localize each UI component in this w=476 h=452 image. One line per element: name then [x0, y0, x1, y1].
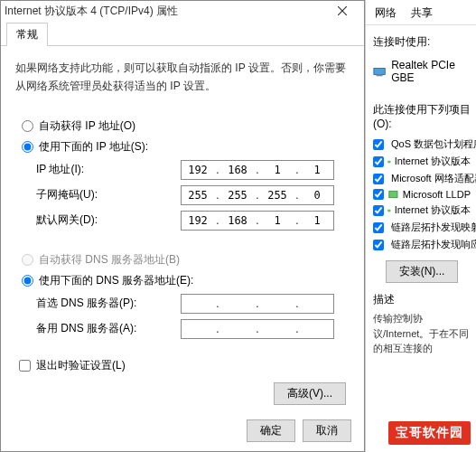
gateway-input[interactable]: 192. 168. 1. 1 — [181, 211, 334, 231]
item-checkbox[interactable] — [373, 222, 384, 233]
dns2-label: 备用 DNS 服务器(A): — [36, 321, 181, 336]
ip-label: IP 地址(I): — [36, 162, 181, 177]
tab-general[interactable]: 常规 — [6, 23, 48, 46]
dialog-body: 如果网络支持此功能，则可以获取自动指派的 IP 设置。否则，你需要从网络系统管理… — [1, 46, 364, 414]
ip-oct4[interactable]: 1 — [301, 164, 333, 176]
radio-auto-ip-input[interactable] — [22, 120, 33, 132]
ip-oct2[interactable]: 168 — [221, 164, 254, 176]
install-row: 安装(N)... — [373, 260, 471, 283]
protocol-icon — [387, 189, 399, 200]
dns1-row: 首选 DNS 服务器(P): . . . — [36, 294, 349, 314]
dns2-input[interactable]: . . . — [181, 319, 334, 339]
item-checkbox[interactable] — [373, 189, 384, 200]
list-item[interactable]: Microsoft LLDP — [373, 187, 471, 202]
description-label: 描述 — [373, 292, 471, 307]
bgwin-body: 连接时使用: Realtek PCIe GBE 此连接使用下列项目(O): Qo… — [366, 25, 476, 362]
radio-auto-ip-label: 自动获得 IP 地址(O) — [39, 118, 135, 134]
dns1-label: 首选 DNS 服务器(P): — [36, 296, 181, 311]
svg-rect-2 — [374, 68, 385, 74]
protocol-icon — [387, 156, 391, 167]
radio-manual-ip[interactable]: 使用下面的 IP 地址(S): — [22, 139, 349, 155]
dns2-row: 备用 DNS 服务器(A): . . . — [36, 319, 349, 339]
ip-row: IP 地址(I): 192. 168. 1. 1 — [36, 160, 349, 180]
gw-oct3[interactable]: 1 — [261, 214, 294, 227]
item-checkbox[interactable] — [373, 205, 384, 216]
item-label: Microsoft LLDP — [403, 189, 471, 200]
dialog-title: Internet 协议版本 4 (TCP/IPv4) 属性 — [5, 4, 324, 19]
item-checkbox[interactable] — [373, 240, 384, 250]
radio-manual-dns-input[interactable] — [22, 275, 33, 287]
list-item[interactable]: Microsoft 网络适配器 — [373, 170, 471, 187]
gw-oct4[interactable]: 1 — [301, 214, 333, 227]
ip-oct3[interactable]: 1 — [261, 164, 294, 176]
items-list: QoS 数据包计划程序 Internet 协议版本 Microsoft 网络适配… — [373, 136, 471, 253]
item-label: Internet 协议版本 — [395, 203, 471, 217]
cancel-button[interactable]: 取消 — [303, 419, 351, 442]
item-checkbox[interactable] — [373, 174, 384, 184]
title-bar: Internet 协议版本 4 (TCP/IPv4) 属性 — [1, 1, 364, 21]
svg-rect-7 — [389, 191, 397, 197]
item-label: 链路层拓扑发现响应 — [391, 238, 476, 251]
bgwin-tab-sharing[interactable]: 共享 — [404, 2, 440, 24]
install-button[interactable]: 安装(N)... — [386, 260, 459, 283]
item-label: 链路层拓扑发现映射 — [391, 221, 476, 234]
radio-auto-dns-input — [22, 254, 33, 266]
svg-rect-5 — [388, 160, 391, 162]
bottom-buttons: 确定 取消 — [247, 419, 351, 442]
gateway-row: 默认网关(D): 192. 168. 1. 1 — [36, 211, 349, 231]
intro-text: 如果网络支持此功能，则可以获取自动指派的 IP 设置。否则，你需要从网络系统管理… — [15, 59, 350, 96]
watermark: 宝哥软件园 — [388, 421, 471, 445]
advanced-row: 高级(V)... — [15, 382, 350, 405]
list-item[interactable]: 链路层拓扑发现映射 — [373, 219, 471, 236]
ip-oct1[interactable]: 192 — [182, 164, 214, 176]
ip-input[interactable]: 192. 168. 1. 1 — [181, 160, 334, 180]
dns1-input[interactable]: . . . — [181, 294, 334, 314]
ip-group: 自动获得 IP 地址(O) 使用下面的 IP 地址(S): IP 地址(I): … — [15, 112, 350, 237]
radio-auto-dns-label: 自动获得 DNS 服务器地址(B) — [39, 252, 180, 268]
adapter-name: Realtek PCIe GBE — [391, 59, 471, 84]
connect-using-label: 连接时使用: — [373, 34, 471, 50]
description-text: 传输控制协议/Internet。于在不同的相互连接的 — [373, 311, 471, 356]
item-label: Internet 协议版本 — [395, 155, 471, 168]
svg-rect-3 — [377, 75, 383, 77]
validate-checkbox[interactable]: 退出时验证设置(L) — [19, 358, 350, 373]
close-button[interactable] — [324, 1, 360, 21]
background-properties-window: 网络 共享 连接时使用: Realtek PCIe GBE 此连接使用下列项目(… — [365, 0, 476, 452]
mask-oct1[interactable]: 255 — [182, 189, 214, 202]
radio-auto-ip[interactable]: 自动获得 IP 地址(O) — [22, 118, 349, 134]
list-item[interactable]: Internet 协议版本 — [373, 153, 471, 170]
dns-group: 自动获得 DNS 服务器地址(B) 使用下面的 DNS 服务器地址(E): 首选… — [15, 246, 350, 345]
item-checkbox[interactable] — [373, 139, 384, 150]
bgwin-tab-network[interactable]: 网络 — [368, 2, 404, 24]
radio-manual-ip-input[interactable] — [22, 141, 33, 153]
ok-button[interactable]: 确定 — [247, 419, 295, 442]
mask-input[interactable]: 255. 255. 255. 0 — [181, 185, 334, 205]
item-label: QoS 数据包计划程序 — [391, 137, 476, 151]
gw-oct1[interactable]: 192 — [182, 214, 214, 227]
mask-label: 子网掩码(U): — [36, 187, 181, 202]
adapter-row: Realtek PCIe GBE — [373, 57, 471, 86]
validate-checkbox-label: 退出时验证设置(L) — [36, 358, 126, 373]
adapter-icon — [373, 65, 386, 78]
mask-oct3[interactable]: 255 — [261, 189, 294, 202]
radio-manual-dns[interactable]: 使用下面的 DNS 服务器地址(E): — [22, 273, 349, 288]
close-icon — [338, 6, 347, 15]
mask-oct4[interactable]: 0 — [301, 189, 333, 202]
list-item[interactable]: 链路层拓扑发现响应 — [373, 236, 471, 253]
tab-strip: 常规 — [1, 21, 364, 46]
ipv4-properties-dialog: Internet 协议版本 4 (TCP/IPv4) 属性 常规 如果网络支持此… — [0, 0, 365, 452]
svg-rect-8 — [388, 209, 391, 211]
advanced-button[interactable]: 高级(V)... — [274, 382, 346, 405]
radio-manual-ip-label: 使用下面的 IP 地址(S): — [39, 139, 148, 155]
radio-manual-dns-label: 使用下面的 DNS 服务器地址(E): — [39, 273, 193, 288]
list-item[interactable]: QoS 数据包计划程序 — [373, 136, 471, 153]
list-item[interactable]: Internet 协议版本 — [373, 202, 471, 219]
item-checkbox[interactable] — [373, 156, 384, 167]
validate-checkbox-input[interactable] — [19, 360, 31, 372]
gw-oct2[interactable]: 168 — [221, 214, 254, 227]
mask-row: 子网掩码(U): 255. 255. 255. 0 — [36, 185, 349, 205]
radio-auto-dns: 自动获得 DNS 服务器地址(B) — [22, 252, 349, 268]
bgwin-tabs: 网络 共享 — [366, 0, 476, 25]
mask-oct2[interactable]: 255 — [221, 189, 254, 202]
gateway-label: 默认网关(D): — [36, 212, 181, 228]
